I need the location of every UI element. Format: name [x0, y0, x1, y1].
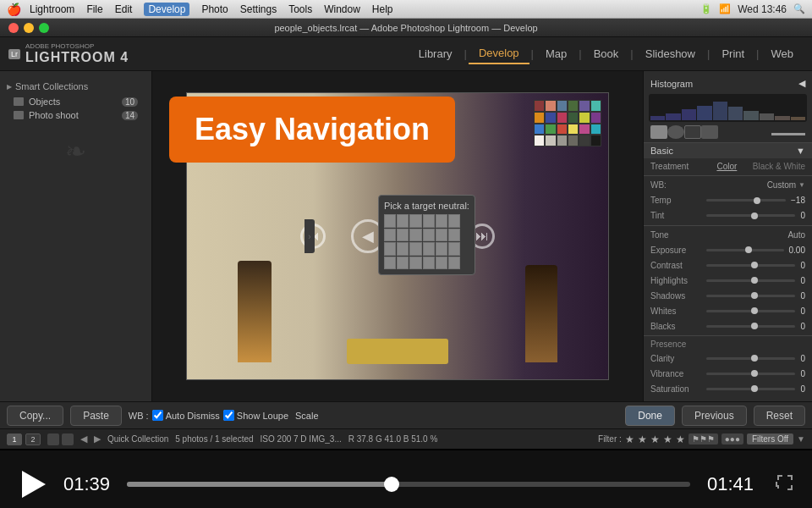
apple-menu[interactable]: 🍎: [7, 3, 21, 16]
view-icon-grid[interactable]: [650, 125, 667, 139]
auto-dismiss-label[interactable]: Auto Dismiss: [152, 410, 220, 421]
copy-button[interactable]: Copy...: [7, 406, 63, 426]
progress-bar[interactable]: [127, 482, 690, 487]
exposure-thumb[interactable]: [745, 246, 752, 253]
picker-cell[interactable]: [436, 214, 447, 228]
show-loupe-checkbox[interactable]: [223, 410, 234, 421]
tint-thumb[interactable]: [751, 213, 758, 219]
contrast-slider[interactable]: [706, 264, 795, 267]
menu-window[interactable]: Window: [324, 3, 360, 15]
picker-cell[interactable]: [409, 214, 421, 228]
blacks-slider[interactable]: [706, 325, 795, 328]
clarity-thumb[interactable]: [751, 355, 758, 362]
picker-cell[interactable]: [423, 229, 435, 242]
exposure-slider[interactable]: [706, 249, 784, 251]
search-icon[interactable]: 🔍: [793, 3, 805, 14]
contrast-thumb[interactable]: [751, 262, 758, 268]
temp-slider[interactable]: [706, 199, 786, 202]
filter-icon-5[interactable]: ★: [676, 433, 685, 445]
picker-cell[interactable]: [423, 242, 435, 256]
done-button[interactable]: Done: [625, 406, 675, 426]
picker-cell[interactable]: [384, 242, 396, 256]
menu-develop[interactable]: Develop: [144, 3, 189, 16]
basic-panel-header[interactable]: Basic ▼: [644, 143, 812, 158]
filter-colors[interactable]: ●●●: [721, 433, 743, 444]
close-button[interactable]: [8, 23, 19, 33]
treatment-bw[interactable]: Black & White: [753, 162, 805, 171]
basic-collapse[interactable]: ▼: [796, 146, 805, 156]
tint-slider[interactable]: [706, 214, 795, 217]
histogram-collapse[interactable]: ◀: [798, 78, 805, 89]
temp-thumb[interactable]: [754, 197, 760, 204]
picker-cell[interactable]: [448, 257, 460, 270]
picker-cell[interactable]: [423, 257, 435, 270]
picker-cell[interactable]: [384, 257, 396, 270]
saturation-thumb[interactable]: [751, 385, 758, 392]
picker-cell[interactable]: [409, 242, 421, 256]
filter-dropdown[interactable]: ▼: [797, 434, 805, 444]
menu-help[interactable]: Help: [372, 3, 393, 15]
picker-cell[interactable]: [409, 229, 421, 242]
picker-cell[interactable]: [397, 229, 409, 242]
next-icon[interactable]: ▶: [94, 433, 101, 444]
menu-tools[interactable]: Tools: [288, 3, 312, 15]
menu-photo[interactable]: Photo: [201, 3, 228, 15]
maximize-button[interactable]: [39, 23, 49, 33]
picker-cell[interactable]: [436, 229, 447, 242]
left-panel-expand[interactable]: ›: [304, 219, 315, 253]
blacks-thumb[interactable]: [751, 323, 758, 329]
picker-cell[interactable]: [397, 242, 409, 256]
auto-dismiss-checkbox[interactable]: [152, 410, 163, 421]
picker-cell[interactable]: [409, 257, 421, 270]
tab-library[interactable]: Library: [409, 44, 463, 64]
tab-map[interactable]: Map: [535, 44, 577, 64]
collection-photoshoot[interactable]: Photo shoot 14: [7, 108, 145, 122]
treatment-color[interactable]: Color: [716, 162, 737, 171]
menu-lightroom[interactable]: Lightroom: [30, 3, 74, 15]
color-picker-grid[interactable]: [384, 214, 460, 269]
previous-button[interactable]: Previous: [682, 406, 747, 426]
filter-icon-1[interactable]: ★: [625, 433, 634, 445]
picker-cell[interactable]: [436, 242, 447, 256]
whites-thumb[interactable]: [751, 307, 758, 314]
filters-off-label[interactable]: Filters Off: [747, 433, 793, 444]
tab-print[interactable]: Print: [711, 44, 754, 64]
prev-icon[interactable]: ◀: [80, 433, 87, 444]
tab-book[interactable]: Book: [584, 44, 629, 64]
reset-button[interactable]: Reset: [754, 406, 805, 426]
shadows-slider[interactable]: [706, 295, 795, 297]
view-icon-circle[interactable]: [667, 125, 684, 139]
paste-button[interactable]: Paste: [70, 406, 122, 426]
whites-slider[interactable]: [706, 310, 795, 312]
tab-slideshow[interactable]: Slideshow: [635, 44, 705, 64]
play-button[interactable]: [17, 467, 51, 501]
collection-objects[interactable]: Objects 10: [7, 95, 145, 108]
picker-cell[interactable]: [448, 214, 460, 228]
minimize-button[interactable]: [24, 23, 34, 33]
picker-cell[interactable]: [448, 229, 460, 242]
fullscreen-button[interactable]: [775, 472, 795, 496]
filter-flags[interactable]: ⚑⚑⚑: [689, 433, 718, 444]
show-loupe-label[interactable]: Show Loupe: [223, 410, 288, 421]
saturation-slider[interactable]: [706, 388, 795, 390]
picker-cell[interactable]: [397, 257, 409, 270]
smart-collections-title[interactable]: ▶ Smart Collections: [7, 81, 145, 91]
clarity-slider[interactable]: [706, 357, 795, 360]
picker-cell[interactable]: [423, 214, 435, 228]
page-2[interactable]: 2: [25, 433, 41, 445]
vibrance-thumb[interactable]: [751, 370, 758, 377]
picker-cell[interactable]: [384, 214, 396, 228]
wb-value[interactable]: Custom: [701, 180, 796, 190]
picker-cell[interactable]: [448, 242, 460, 256]
picker-cell[interactable]: [436, 257, 447, 270]
picker-cell[interactable]: [384, 229, 396, 242]
filter-icon-3[interactable]: ★: [650, 433, 660, 445]
page-1[interactable]: 1: [7, 433, 22, 445]
view-icon-alt[interactable]: [701, 125, 718, 139]
menu-edit[interactable]: Edit: [115, 3, 133, 15]
tab-web[interactable]: Web: [761, 44, 804, 64]
wb-dropdown-icon[interactable]: ▼: [798, 181, 805, 189]
filter-icon-2[interactable]: ★: [638, 433, 647, 445]
highlights-slider[interactable]: [706, 279, 795, 282]
view-icon-solid[interactable]: [684, 125, 701, 139]
